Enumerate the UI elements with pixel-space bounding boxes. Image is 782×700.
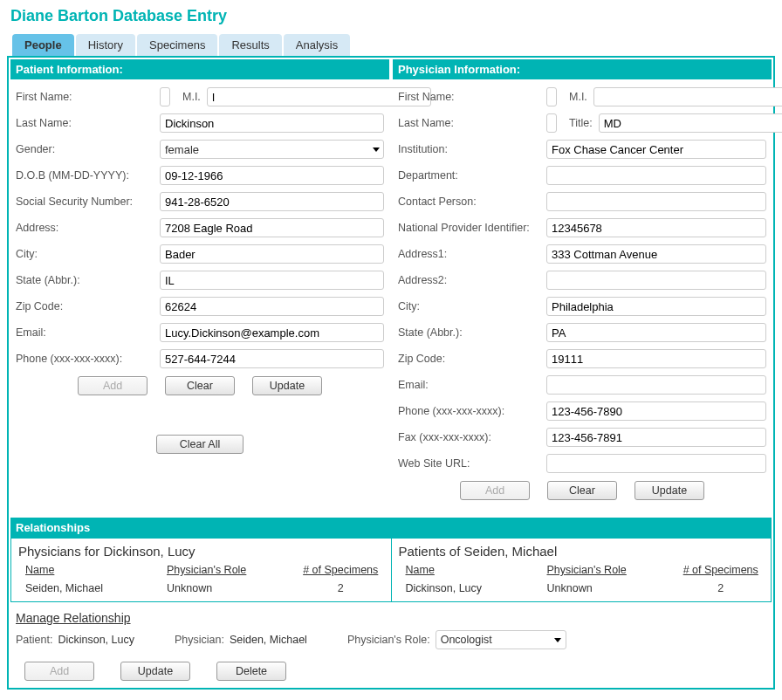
- patient-phone-input[interactable]: [160, 349, 384, 368]
- manage-patient-value: Dickinson, Lucy: [58, 634, 134, 646]
- patient-mi-label: M.I.: [182, 91, 201, 103]
- patient-gender-select[interactable]: female: [160, 140, 384, 159]
- physician-address1-label: Address1:: [398, 248, 546, 260]
- patient-dob-input[interactable]: [160, 166, 384, 185]
- physician-firstname-input[interactable]: [546, 87, 557, 106]
- physician-mi-label: M.I.: [569, 91, 587, 103]
- physician-url-input[interactable]: [546, 454, 766, 473]
- physician-mi-input[interactable]: [593, 87, 782, 106]
- physicians-for-patient-box: Physicians for Dickinson, Lucy Name Phys…: [10, 538, 392, 602]
- physician-update-button[interactable]: Update: [635, 481, 704, 500]
- cell-role: Unknown: [167, 582, 298, 594]
- col-spec: # of Specimens: [298, 564, 384, 579]
- physician-firstname-label: First Name:: [398, 91, 546, 103]
- physician-contact-label: Contact Person:: [398, 196, 546, 208]
- patient-state-input[interactable]: [160, 271, 384, 290]
- col-name: Name: [399, 564, 547, 579]
- physician-state-input[interactable]: [546, 323, 766, 342]
- manage-role-select[interactable]: Oncologist: [436, 630, 566, 649]
- physician-email-input[interactable]: [546, 375, 766, 395]
- patient-add-button[interactable]: Add: [78, 376, 147, 395]
- patient-zip-input[interactable]: [160, 297, 384, 316]
- physicians-for-patient-title: Physicians for Dickinson, Lucy: [18, 544, 384, 559]
- manage-relationship: Manage Relationship Patient: Dickinson, …: [10, 611, 772, 686]
- main-panel: Patient Information: First Name: M.I. La…: [7, 56, 775, 690]
- physician-institution-input[interactable]: [546, 140, 766, 159]
- manage-add-button[interactable]: Add: [24, 662, 94, 681]
- chevron-down-icon: [554, 638, 561, 642]
- tab-specimens[interactable]: Specimens: [137, 34, 217, 56]
- patients-of-physician-box: Patients of Seiden, Michael Name Physici…: [392, 538, 772, 602]
- patient-zip-label: Zip Code:: [16, 300, 160, 312]
- physician-city-input[interactable]: [546, 297, 766, 316]
- physician-email-label: Email:: [398, 379, 546, 391]
- physician-zip-input[interactable]: [546, 349, 766, 368]
- patient-firstname-input[interactable]: [160, 87, 170, 106]
- chevron-down-icon: [373, 148, 380, 152]
- manage-role-label: Physician's Role:: [347, 634, 430, 646]
- table-row[interactable]: Dickinson, Lucy Unknown 2: [399, 582, 765, 594]
- physician-lastname-label: Last Name:: [398, 117, 546, 129]
- physician-npi-label: National Provider Identifier:: [398, 222, 546, 234]
- tab-history[interactable]: History: [76, 34, 135, 56]
- relationships-section: Relationships Physicians for Dickinson, …: [10, 518, 772, 686]
- physician-title-label: Title:: [569, 117, 593, 129]
- tab-results[interactable]: Results: [219, 34, 281, 56]
- table-row[interactable]: Seiden, Michael Unknown 2: [18, 582, 384, 594]
- physician-fax-input[interactable]: [546, 428, 766, 447]
- patient-address-label: Address:: [16, 222, 160, 234]
- tab-analysis[interactable]: Analysis: [284, 34, 350, 56]
- physician-url-label: Web Site URL:: [398, 457, 546, 470]
- physician-address2-input[interactable]: [546, 271, 766, 290]
- tab-people[interactable]: People: [12, 34, 74, 56]
- col-role: Physician's Role: [167, 564, 298, 579]
- physician-institution-label: Institution:: [398, 143, 546, 155]
- cell-spec: 2: [678, 582, 765, 594]
- patient-firstname-label: First Name:: [16, 91, 160, 103]
- physician-add-button[interactable]: Add: [460, 481, 530, 500]
- physician-title-input[interactable]: [599, 113, 782, 133]
- cell-name: Seiden, Michael: [18, 582, 167, 594]
- physician-city-label: City:: [398, 300, 546, 312]
- physician-section: Physician Information: First Name: M.I. …: [393, 59, 772, 511]
- manage-delete-button[interactable]: Delete: [216, 662, 286, 681]
- patient-update-button[interactable]: Update: [252, 376, 322, 395]
- patient-ssn-input[interactable]: [160, 192, 384, 211]
- physician-phone-input[interactable]: [546, 401, 766, 421]
- physician-zip-label: Zip Code:: [398, 353, 546, 365]
- relationships-heading: Relationships: [10, 518, 772, 538]
- manage-update-button[interactable]: Update: [120, 662, 190, 681]
- cell-name: Dickinson, Lucy: [399, 582, 547, 594]
- patient-ssn-label: Social Security Number:: [16, 196, 160, 208]
- tabs: People History Specimens Results Analysi…: [12, 34, 775, 56]
- patient-address-input[interactable]: [160, 218, 384, 237]
- physician-clear-button[interactable]: Clear: [547, 481, 617, 500]
- cell-role: Unknown: [547, 582, 678, 594]
- physician-lastname-input[interactable]: [546, 113, 557, 133]
- manage-role-value: Oncologist: [441, 634, 492, 646]
- physician-contact-input[interactable]: [546, 192, 766, 211]
- patient-gender-value: female: [165, 143, 199, 156]
- patient-section: Patient Information: First Name: M.I. La…: [10, 59, 389, 511]
- physician-department-input[interactable]: [546, 166, 766, 185]
- patient-dob-label: D.O.B (MM-DD-YYYY):: [16, 169, 160, 182]
- patient-email-label: Email:: [16, 326, 160, 339]
- patient-email-input[interactable]: [160, 323, 384, 342]
- patients-of-physician-title: Patients of Seiden, Michael: [399, 544, 765, 559]
- physician-npi-input[interactable]: [546, 218, 766, 237]
- manage-physician-value: Seiden, Michael: [230, 634, 307, 646]
- manage-patient-label: Patient:: [16, 634, 52, 646]
- clear-all-button[interactable]: Clear All: [156, 435, 244, 454]
- physician-fax-label: Fax (xxx-xxx-xxxx):: [398, 431, 546, 443]
- patient-lastname-input[interactable]: [160, 113, 384, 133]
- physician-heading: Physician Information:: [393, 59, 772, 79]
- patient-city-input[interactable]: [160, 244, 384, 264]
- physician-address1-input[interactable]: [546, 244, 766, 264]
- col-name: Name: [18, 564, 167, 579]
- patient-clear-button[interactable]: Clear: [165, 376, 235, 395]
- manage-physician-label: Physician:: [175, 634, 224, 646]
- patient-heading: Patient Information:: [10, 59, 389, 79]
- col-role: Physician's Role: [547, 564, 678, 579]
- page-title: Diane Barton Database Entry: [10, 7, 775, 25]
- patient-phone-label: Phone (xxx-xxx-xxxx):: [16, 353, 160, 365]
